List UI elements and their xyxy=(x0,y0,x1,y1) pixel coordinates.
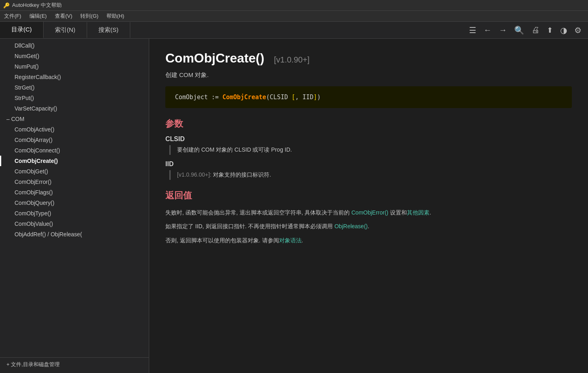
code-plain-3: , IID xyxy=(295,94,313,101)
param-iid-text: 对象支持的接口标识符. xyxy=(213,171,271,178)
menu-icon[interactable]: ☰ xyxy=(469,25,476,35)
return-line-2-before: 如果指定了 IID, 则返回接口指针. 不再使用指针时通常脚本必须调用 xyxy=(165,223,334,229)
param-iid: IID [v1.0.96.00+]: 对象支持的接口标识符. xyxy=(165,160,572,180)
param-iid-name: IID xyxy=(165,160,572,168)
search-icon[interactable]: 🔍 xyxy=(514,25,524,35)
back-icon[interactable]: ← xyxy=(484,25,492,35)
sidebar-item-comobjactive[interactable]: ComObjActive() xyxy=(0,124,149,135)
sidebar-item-varsetcapacity[interactable]: VarSetCapacity() xyxy=(0,103,149,114)
params-section-header: 参数 xyxy=(165,118,572,130)
sidebar-item-comobjconnect[interactable]: ComObjConnect() xyxy=(0,145,149,156)
return-line-1-before: 失败时, 函数可能会抛出异常, 退出脚本或返回空字符串, 具体取决于当前的 xyxy=(165,209,351,216)
page-subtitle: 创建 COM 对象. xyxy=(165,71,572,79)
toolbar: ☰ ← → 🔍 🖨 ⬆ ◑ ⚙ xyxy=(463,25,588,35)
page-title-row: ComObjCreate() [v1.0.90+] xyxy=(165,51,572,66)
return-line-1-after: . xyxy=(430,209,431,216)
code-plain-2: (CLSID xyxy=(266,94,292,101)
param-clsid-desc: 要创建的 COM 对象的 CLSID 或可读 Prog ID. xyxy=(169,145,572,155)
titlebar: 🔑 AutoHotkey 中文帮助 xyxy=(0,0,588,11)
content-area: ComObjCreate() [v1.0.90+] 创建 COM 对象. Com… xyxy=(149,39,588,373)
sidebar-item-comobjcreate[interactable]: ComObjCreate() xyxy=(0,156,149,166)
sidebar-item-comobjerror[interactable]: ComObjError() xyxy=(0,177,149,187)
sidebar-item-objaddref[interactable]: ObjAddRef() / ObjRelease( xyxy=(0,229,149,240)
return-line-1: 失败时, 函数可能会抛出异常, 退出脚本或返回空字符串, 具体取决于当前的 Co… xyxy=(165,207,572,218)
menu-file[interactable]: 文件(F) xyxy=(0,11,25,21)
sidebar-item-comobjtype[interactable]: ComObjType() xyxy=(0,208,149,219)
param-iid-desc: [v1.0.96.00+]: 对象支持的接口标识符. xyxy=(169,170,572,180)
return-line-3-after: . xyxy=(302,237,303,244)
link-objrelease[interactable]: ObjRelease() xyxy=(334,223,367,229)
app-title: AutoHotkey 中文帮助 xyxy=(12,2,62,9)
code-plain-4: ) xyxy=(317,94,321,101)
link-object-syntax[interactable]: 对象语法 xyxy=(279,237,302,244)
sidebar-item-comobjarray[interactable]: ComObjArray() xyxy=(0,135,149,145)
return-line-1-middle: 设置和 xyxy=(388,209,407,216)
sidebar-item-strget[interactable]: StrGet() xyxy=(0,82,149,93)
link-other-factors[interactable]: 其他因素 xyxy=(407,209,430,216)
sidebar-item-comobjvalue[interactable]: ComObjValue() xyxy=(0,219,149,229)
code-plain-1: ComObject := xyxy=(175,94,222,101)
contrast-icon[interactable]: ◑ xyxy=(560,25,567,35)
sidebar-item-strput[interactable]: StrPut() xyxy=(0,93,149,103)
param-clsid: CLSID 要创建的 COM 对象的 CLSID 或可读 Prog ID. xyxy=(165,135,572,155)
main-layout: DllCall() NumGet() NumPut() RegisterCall… xyxy=(0,39,588,373)
tab-toc[interactable]: 目录(C) xyxy=(0,22,44,38)
return-line-2: 如果指定了 IID, 则返回接口指针. 不再使用指针时通常脚本必须调用 ObjR… xyxy=(165,221,572,232)
code-function: ComObjCreate xyxy=(222,94,266,101)
title-icon: 🔑 xyxy=(3,2,10,8)
page-title: ComObjCreate() xyxy=(165,51,264,65)
return-line-2-after: . xyxy=(368,223,369,229)
return-section-header: 返回值 xyxy=(165,190,572,202)
param-clsid-name: CLSID xyxy=(165,135,572,143)
page-version: [v1.0.90+] xyxy=(274,55,309,64)
export-icon[interactable]: ⬆ xyxy=(547,26,553,35)
sidebar-section-com[interactable]: – COM xyxy=(0,114,149,124)
sidebar-footer[interactable]: + 文件,目录和磁盘管理 xyxy=(0,357,149,371)
tab-search[interactable]: 搜索(S) xyxy=(87,22,130,38)
return-line-3-before: 否则, 返回脚本可以使用的包装器对象. 请参阅 xyxy=(165,237,279,244)
menu-view[interactable]: 查看(V) xyxy=(51,11,76,21)
sidebar-item-registercallback[interactable]: RegisterCallback() xyxy=(0,72,149,82)
code-block: ComObject := ComObjCreate(CLSID [, IID]) xyxy=(165,86,572,108)
sidebar-item-comobjget[interactable]: ComObjGet() xyxy=(0,166,149,177)
code-bracket-open: [ xyxy=(292,94,295,101)
sidebar-item-comobjflags[interactable]: ComObjFlags() xyxy=(0,187,149,198)
sidebar-item-dllcall[interactable]: DllCall() xyxy=(0,40,149,51)
settings-icon[interactable]: ⚙ xyxy=(574,25,582,35)
tab-index[interactable]: 索引(N) xyxy=(44,22,87,38)
print-icon[interactable]: 🖨 xyxy=(532,25,540,35)
param-iid-version: [v1.0.96.00+]: xyxy=(177,171,211,178)
sidebar-item-comobjquery[interactable]: ComObjQuery() xyxy=(0,198,149,208)
code-bracket-close: ] xyxy=(313,94,317,101)
return-line-3: 否则, 返回脚本可以使用的包装器对象. 请参阅对象语法. xyxy=(165,235,572,246)
menu-edit[interactable]: 编辑(E) xyxy=(25,11,51,21)
tabbar: 目录(C) 索引(N) 搜索(S) ☰ ← → 🔍 🖨 ⬆ ◑ ⚙ xyxy=(0,22,588,39)
menu-goto[interactable]: 转到(G) xyxy=(76,11,102,21)
forward-icon[interactable]: → xyxy=(499,25,507,35)
sidebar-item-numget[interactable]: NumGet() xyxy=(0,51,149,61)
menubar: 文件(F) 编辑(E) 查看(V) 转到(G) 帮助(H) xyxy=(0,11,588,22)
link-comobjerror[interactable]: ComObjError() xyxy=(351,209,388,216)
menu-help[interactable]: 帮助(H) xyxy=(102,11,128,21)
sidebar-item-numput[interactable]: NumPut() xyxy=(0,61,149,72)
sidebar: DllCall() NumGet() NumPut() RegisterCall… xyxy=(0,39,149,373)
